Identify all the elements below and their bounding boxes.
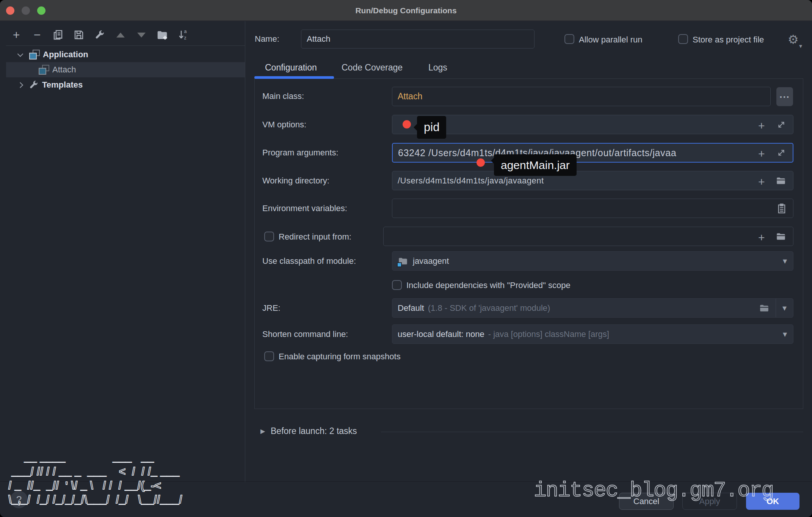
working-directory-folder-icon[interactable]: [776, 176, 786, 186]
allow-parallel-run-label: Allow parallel run: [579, 35, 643, 45]
tree-item-application[interactable]: Application: [6, 47, 245, 62]
tab-configuration[interactable]: Configuration: [265, 59, 317, 76]
edit-templates-wrench-icon[interactable]: [92, 28, 107, 42]
name-input[interactable]: Attach: [301, 30, 535, 49]
redirect-input-add-icon[interactable]: +: [758, 231, 765, 244]
program-arguments-input[interactable]: 63242 /Users/d4m1ts/d4m1ts/java/javaagen…: [392, 143, 793, 163]
svg-text:a: a: [184, 29, 187, 34]
titlebar[interactable]: Run/Debug Configurations: [0, 0, 812, 21]
add-configuration-button[interactable]: +: [9, 28, 24, 42]
name-value: Attach: [307, 34, 330, 44]
vm-options-expand-icon[interactable]: [776, 120, 786, 130]
module-badge: [397, 262, 402, 267]
configurations-tree: [6, 45, 245, 482]
program-arguments-expand-icon[interactable]: [776, 148, 786, 158]
sidebar-divider: [245, 21, 245, 482]
move-down-icon[interactable]: [134, 28, 149, 42]
store-as-project-file-label: Store as project file: [693, 35, 764, 45]
program-arguments-annotation-dot: [477, 158, 485, 167]
tree-item-attach-selected[interactable]: Attach: [6, 62, 245, 77]
working-directory-add-icon[interactable]: +: [758, 175, 765, 188]
browse-main-class-button[interactable]: ...: [776, 87, 793, 106]
include-provided-label: Include dependencies with "Provided" sco…: [406, 280, 571, 290]
application-icon: [29, 50, 40, 60]
program-arguments-add-icon[interactable]: +: [758, 147, 765, 160]
before-launch-label[interactable]: Before launch: 2 tasks: [271, 426, 357, 436]
save-configuration-icon[interactable]: [72, 28, 86, 42]
move-up-icon[interactable]: [113, 28, 128, 42]
working-directory-input[interactable]: /Users/d4m1ts/d4m1ts/java/javaagent: [392, 171, 793, 190]
form-snapshots-label: Enable capturing form snapshots: [279, 352, 401, 362]
module-folder-icon: [398, 256, 409, 266]
redirect-input-checkbox[interactable]: [264, 232, 274, 241]
pid-tooltip-text: pid: [424, 121, 439, 134]
cancel-button[interactable]: Cancel: [619, 493, 674, 510]
jre-select[interactable]: Default (1.8 - SDK of 'javaagent' module…: [392, 298, 793, 318]
jre-folder-icon[interactable]: [759, 303, 770, 313]
agentmain-tooltip-text: agentMain.jar: [501, 159, 570, 172]
classpath-module-value: javaagent: [413, 256, 449, 266]
redirect-input-label: Redirect input from:: [279, 232, 351, 242]
footer-separator: [0, 481, 812, 482]
run-debug-configurations-dialog: Run/Debug Configurations + − az Applicat…: [0, 0, 812, 517]
ok-button[interactable]: OK: [746, 493, 799, 510]
classpath-module-select[interactable]: javaagent ▾: [392, 251, 793, 271]
sort-alphabetically-icon[interactable]: az: [176, 28, 190, 42]
form-snapshots-checkbox[interactable]: [264, 351, 274, 361]
active-tab-underline: [254, 76, 334, 79]
name-label: Name:: [255, 34, 279, 44]
jre-hint: (1.8 - SDK of 'javaagent' module): [428, 303, 550, 313]
tree-item-templates[interactable]: Templates: [6, 77, 245, 92]
classpath-module-label: Use classpath of module:: [262, 256, 356, 266]
help-button[interactable]: ?: [10, 491, 28, 508]
before-launch-expand-icon[interactable]: ▶: [260, 428, 265, 435]
program-arguments-label: Program arguments:: [262, 148, 339, 158]
working-directory-label: Working directory:: [262, 176, 329, 186]
include-provided-checkbox[interactable]: [392, 280, 402, 290]
tree-item-label: Attach: [52, 65, 76, 75]
tab-code-coverage[interactable]: Code Coverage: [342, 59, 403, 76]
vm-options-input[interactable]: [392, 115, 793, 134]
vm-options-annotation-dot: [403, 120, 411, 128]
gear-caret-icon: ▾: [799, 42, 802, 50]
environment-variables-label: Environment variables:: [262, 204, 347, 213]
chevron-down-icon: ▾: [783, 256, 787, 266]
store-as-project-file-checkbox[interactable]: [678, 34, 688, 44]
shorten-value: user-local default: none: [398, 329, 484, 339]
jre-dropdown-arrow[interactable]: ▾: [776, 299, 793, 317]
main-class-input[interactable]: Attach: [392, 87, 771, 106]
vm-options-add-icon[interactable]: +: [758, 119, 765, 132]
allow-parallel-run-checkbox[interactable]: [564, 34, 574, 44]
chevron-right-icon[interactable]: [17, 82, 24, 88]
configurations-toolbar: + − az: [9, 25, 190, 45]
environment-variables-input[interactable]: [392, 199, 793, 218]
remove-configuration-button[interactable]: −: [30, 28, 44, 42]
tree-item-label: Application: [43, 50, 88, 60]
working-directory-value: /Users/d4m1ts/d4m1ts/java/javaagent: [398, 176, 544, 186]
copy-configuration-icon[interactable]: [51, 28, 65, 42]
shorten-command-line-select[interactable]: user-local default: none - java [options…: [392, 324, 793, 344]
redirect-input-field[interactable]: [383, 227, 793, 246]
tab-logs[interactable]: Logs: [428, 59, 447, 76]
tree-item-label: Templates: [42, 80, 83, 90]
svg-text:z: z: [184, 35, 186, 41]
jre-label: JRE:: [262, 303, 281, 313]
shorten-hint: - java [options] className [args]: [488, 329, 609, 339]
window-title: Run/Debug Configurations: [0, 0, 812, 21]
redirect-input-folder-icon[interactable]: [776, 232, 786, 241]
environment-variables-browse-icon[interactable]: [777, 203, 786, 214]
before-launch-divider: [381, 432, 803, 432]
agentmain-tooltip: agentMain.jar: [494, 154, 577, 176]
chevron-down-icon: ▾: [783, 329, 787, 339]
new-folder-icon[interactable]: [155, 28, 169, 42]
apply-button[interactable]: Apply: [682, 493, 737, 510]
pid-tooltip: pid: [417, 116, 446, 139]
vm-options-label: VM options:: [262, 120, 306, 130]
main-class-value: Attach: [398, 91, 422, 102]
jre-value: Default: [398, 303, 424, 313]
store-options-gear-icon[interactable]: ⚙: [788, 33, 799, 45]
chevron-down-icon[interactable]: [17, 51, 24, 57]
main-class-label: Main class:: [262, 91, 304, 101]
application-icon: [39, 65, 49, 75]
wrench-icon: [28, 80, 39, 90]
